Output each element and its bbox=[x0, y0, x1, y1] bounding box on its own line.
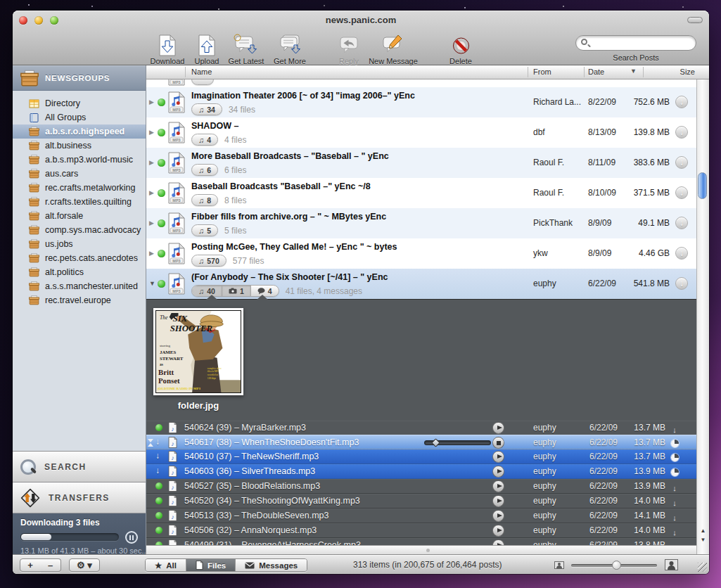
play-button[interactable] bbox=[492, 510, 504, 522]
mp3-file-row[interactable]: 540520 (34) – TheShootingOfWyattKing.mp3… bbox=[146, 494, 696, 509]
scrollbar-thumb[interactable] bbox=[698, 172, 707, 199]
search-section-header[interactable]: SEARCH bbox=[13, 452, 146, 482]
disclosure-triangle-icon[interactable]: ▶ bbox=[149, 189, 154, 196]
audio-file-icon bbox=[168, 466, 177, 477]
sidebar-item-newsgroup[interactable]: alt.business bbox=[13, 139, 146, 153]
download-post-button[interactable]: ↓ bbox=[675, 217, 688, 229]
play-button[interactable] bbox=[492, 466, 504, 478]
download-progress-pie-icon bbox=[671, 440, 679, 447]
post-row[interactable]: ▶ SHADOW – ♫4 4 files dbf 8/13/09 139.8 … bbox=[146, 117, 696, 148]
search-input[interactable] bbox=[575, 35, 696, 51]
sort-descending-icon: ▼ bbox=[630, 68, 637, 75]
sidebar-item-newsgroup[interactable]: a.s.s.manchester.united bbox=[13, 279, 146, 293]
post-size: 752.6 MB bbox=[634, 97, 670, 107]
mp3-file-row[interactable]: 540527 (35) – BloodRelations.mp3 euphy 6… bbox=[146, 479, 696, 494]
disclosure-triangle-icon[interactable]: ▶ bbox=[149, 219, 154, 226]
slider-thumb[interactable] bbox=[431, 438, 440, 447]
post-row[interactable]: ▶ More Baseball Broadcasts – "Baseball –… bbox=[146, 148, 696, 178]
transfers-progress-bar bbox=[20, 533, 119, 541]
newsgroup-crate-icon bbox=[29, 197, 39, 207]
partially-scrolled-row[interactable] bbox=[146, 79, 696, 87]
get-more-button[interactable]: Get More bbox=[258, 32, 321, 65]
disclosure-triangle-icon[interactable]: ▶ bbox=[149, 159, 154, 166]
sidebar-item-newsgroup[interactable]: alt.politics bbox=[13, 265, 146, 279]
post-row[interactable]: ▶ Baseball Broadcasts "Baseball –" yEnc … bbox=[146, 178, 696, 208]
sidebar-item-newsgroup[interactable]: rec.travel.europe bbox=[13, 293, 146, 307]
remove-button[interactable]: – bbox=[40, 558, 61, 572]
sidebar-item-newsgroup[interactable]: rec.crafts.metalworking bbox=[13, 181, 146, 195]
new-message-button[interactable]: New Message bbox=[362, 32, 425, 65]
mp3-file-row-selected[interactable]: ↓ 540603 (36) – SilverThreads.mp3 euphy … bbox=[146, 464, 696, 479]
download-post-button[interactable]: ↓ bbox=[675, 186, 688, 199]
newsgroups-crate-icon bbox=[20, 70, 39, 87]
sidebar-item-newsgroup[interactable]: alt.forsale bbox=[13, 209, 146, 223]
disclosure-triangle-icon[interactable]: ▶ bbox=[149, 129, 154, 136]
scroll-up-arrow[interactable]: ▲ bbox=[697, 526, 709, 535]
thumbnail-size-slider[interactable] bbox=[571, 564, 657, 567]
horizontal-scrollbar[interactable] bbox=[146, 545, 696, 554]
filter-files-tab[interactable]: Files bbox=[186, 559, 235, 571]
image-thumbnail[interactable]: The SIX SHOOTER starring JAMES STEWART a… bbox=[153, 308, 243, 395]
play-button[interactable] bbox=[492, 525, 504, 537]
audio-file-icon bbox=[168, 495, 177, 506]
play-button[interactable] bbox=[492, 480, 504, 492]
window-chrome: news.panic.com Download Upload Get Lates… bbox=[13, 11, 709, 65]
mp3-file-row[interactable]: 540624 (39) – MyraBarker.mp3 euphy 6/22/… bbox=[146, 421, 696, 435]
mp3-file-row-selected[interactable]: ↓ 540610 (37) – TheNewSheriff.mp3 euphy … bbox=[146, 449, 696, 464]
download-post-button[interactable]: ↓ bbox=[675, 126, 688, 139]
add-button[interactable]: + bbox=[20, 558, 41, 572]
post-row[interactable]: ▶ Fibber fills from archive.org – " ~ MB… bbox=[146, 208, 696, 238]
pause-transfers-button[interactable] bbox=[125, 531, 138, 544]
action-gear-button[interactable]: ⚙ ▾ bbox=[69, 558, 100, 572]
vertical-scrollbar[interactable]: ▲ ▼ bbox=[696, 79, 709, 554]
mp3-file-row[interactable]: 540506 (32) – AnnaNorquest.mp3 euphy 6/2… bbox=[146, 523, 696, 538]
filter-all-tab[interactable]: ★ All bbox=[146, 559, 186, 571]
filter-messages-tab[interactable]: Messages bbox=[235, 559, 307, 571]
file-count: 5 files bbox=[224, 226, 246, 236]
svg-text:SIX: SIX bbox=[173, 314, 188, 324]
scroll-down-arrow[interactable]: ▼ bbox=[697, 535, 709, 544]
get-more-icon bbox=[258, 32, 321, 56]
sidebar-item-newsgroup[interactable]: comp.sys.mac.advocacy bbox=[13, 223, 146, 237]
sidebar-item-newsgroup[interactable]: us.jobs bbox=[13, 237, 146, 251]
music-note-icon: ♫ bbox=[198, 287, 204, 295]
sidebar-item-newsgroup[interactable]: rec.pets.cats.anecdotes bbox=[13, 251, 146, 265]
svg-text:JAMES: JAMES bbox=[160, 350, 176, 354]
sidebar-item-newsgroup[interactable]: a.b.s.mp3.world-music bbox=[13, 153, 146, 167]
playback-position-slider[interactable] bbox=[424, 440, 491, 445]
slider-thumb[interactable] bbox=[612, 561, 621, 570]
column-header-from[interactable]: From bbox=[533, 68, 551, 76]
disclosure-triangle-icon[interactable]: ▼ bbox=[149, 280, 155, 287]
play-button[interactable] bbox=[492, 495, 504, 507]
newsgroups-section-header[interactable]: NEWSGROUPS bbox=[13, 65, 146, 91]
transfers-section-header[interactable]: TRANSFERS bbox=[13, 482, 146, 513]
sidebar-item-newsgroup[interactable]: a.b.s.r.o.highspeed bbox=[13, 124, 146, 139]
download-post-button[interactable]: ↓ bbox=[675, 277, 688, 290]
downloaded-arrow-icon: ↓ bbox=[672, 513, 677, 522]
download-post-button[interactable]: ↓ bbox=[675, 96, 688, 108]
image-files-badge[interactable]: 1 bbox=[222, 286, 250, 296]
mp3-file-row-playing[interactable]: ↓ 540617 (38) – WhenTheShoeDoesn'tFit.mp… bbox=[146, 435, 696, 449]
sidebar-item-directory[interactable]: Directory bbox=[13, 96, 146, 110]
download-post-button[interactable]: ↓ bbox=[675, 156, 688, 169]
post-date: 8/22/09 bbox=[588, 97, 616, 107]
window-resize-grip[interactable] bbox=[698, 563, 707, 572]
sidebar-item-newsgroup[interactable]: r.crafts.textiles.quilting bbox=[13, 195, 146, 209]
post-row-selected-expanded[interactable]: ▼ (For Anybody – The Six Shooter [~/41] … bbox=[146, 269, 696, 299]
sidebar-item-all-groups[interactable]: All Groups bbox=[13, 110, 146, 124]
disclosure-triangle-icon[interactable]: ▶ bbox=[149, 98, 154, 106]
sidebar-item-newsgroup[interactable]: aus.cars bbox=[13, 167, 146, 181]
column-header-name[interactable]: Name bbox=[191, 68, 212, 76]
download-post-button[interactable]: ↓ bbox=[675, 247, 688, 260]
toolbar-toggle-button[interactable] bbox=[687, 17, 703, 23]
column-header-date[interactable]: Date bbox=[588, 68, 604, 76]
stop-button[interactable] bbox=[492, 437, 504, 449]
post-row[interactable]: ▶ Imagination Theater 2006 [~ of 34] "im… bbox=[146, 87, 696, 117]
play-button[interactable] bbox=[492, 422, 504, 434]
play-button[interactable] bbox=[492, 451, 504, 463]
delete-button[interactable]: Delete bbox=[429, 32, 492, 65]
post-row[interactable]: ▶ Posting McGee, They Called Me! – yEnc … bbox=[146, 238, 696, 269]
disclosure-triangle-icon[interactable]: ▶ bbox=[149, 250, 154, 257]
mp3-file-row[interactable]: 540513 (33) – TheDoubleSeven.mp3 euphy 6… bbox=[146, 509, 696, 523]
column-header-size[interactable]: Size bbox=[680, 68, 695, 76]
